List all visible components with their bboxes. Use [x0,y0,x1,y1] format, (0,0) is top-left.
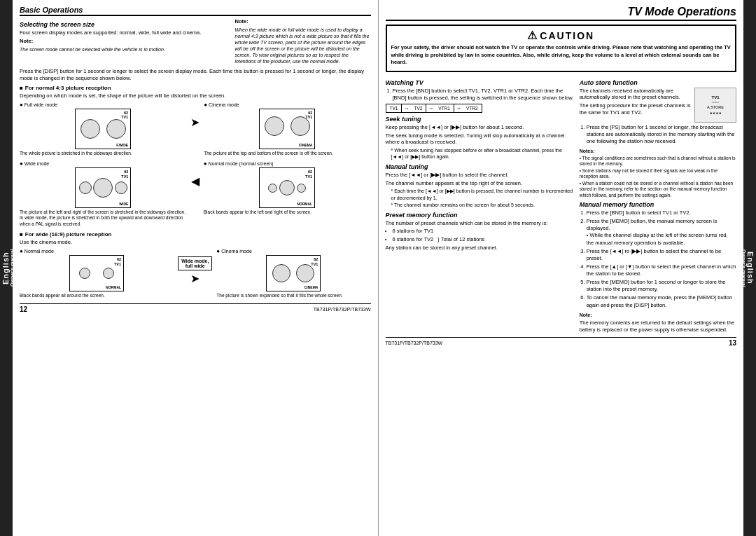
normal-text: NORMAL [297,202,312,206]
left-section-title: Basic Operations [20,6,371,16]
preset-memory-title: Preset memory function [386,212,574,219]
auto-store-title: Auto store function [580,79,736,86]
normal-label: Normal mode (normal screen) [204,160,274,167]
manual-note2: The channel number remains on the screen… [386,202,574,208]
note1-text: The screen mode cannot be selected while… [20,46,231,53]
notes-label: Notes: [580,148,736,154]
normal-169-desc: Black bands appear all around the screen… [20,293,105,298]
cinema-text: CINEMA [299,143,313,147]
tv-label-cin: 62TV1 [262,111,312,120]
preset-memory-text: The number of preset channels which can … [386,220,574,227]
left-model-numbers: TB731P/TB732P/TB733W [314,307,371,312]
left-language-label: English [1,252,10,284]
manual-memory-step4: Press the [▲] or [▼] button to select th… [587,263,736,277]
cinema-169-label: Cinema mode [216,248,251,254]
arrow-wide-normal: ◀ [191,160,200,188]
wide-fw-label: Wide mode,full wide [178,256,212,270]
auto-store-text2: The setting procedure for the preset cha… [580,102,692,116]
tv-label-fw: 62TV1 [78,111,128,120]
manual-memory-step3: Press the [◄◄] ro [▶▶] button to select … [587,248,736,262]
wide-mode: Wide mode 62TV1 WIDE The picture at the … [20,160,187,228]
full-wide-mode: Full wide mode 62TV1 F.WIDE The whole pi… [20,102,186,158]
auto-store-note1: The signal conditions are sometimes such… [580,156,736,167]
full-wide-label: Full wide mode [20,102,57,108]
right-side-label: English Owner's manual [743,0,756,536]
preset-item-tv2: 6 stations for TV2 } Total of 12 station… [393,236,574,243]
watching-tv-step1: Press the [BND] button to select TV1, TV… [393,88,574,102]
left-page: Basic Operations Selecting the screen si… [13,0,379,536]
manual-memory-note: The memory contents are returned to the … [580,319,736,334]
manual-memory-note-section: Note: The memory contents are returned t… [580,312,736,334]
auto-store-notes: Notes: The signal conditions are sometim… [580,148,736,198]
cinema-169-desc: The picture is shown expanded so that it… [216,293,342,298]
tv-label-n169: 62TV1 [72,257,121,266]
right-page-number: 13 [729,339,736,347]
cinema-mode-43: Cinema mode 62TV1 CINEMA The picture at … [204,102,370,158]
normal-169-label: Normal mode [20,248,54,254]
manual-tuning-title: Manual tuning [386,163,574,170]
normal-desc: Black bands appear to the left and right… [204,209,312,215]
arrow-fw-cinema: ➤ [190,102,200,129]
left-side-label: English Owner's manual [0,0,13,536]
normal-169-mode: Normal mode 62TV1 NORMAL Black bands app… [20,248,174,300]
normal-43-desc: Depending on which mode is set, the shap… [20,92,371,99]
right-manual-label: Owner's manual [741,249,746,287]
seq-arrow2: → [426,105,435,111]
normal-43-header: For normal 4:3 picture reception [20,85,371,91]
disp-text: Press the [DISP] button for 1 second or … [20,68,371,82]
caution-label: CAUTION [540,30,594,41]
manual-tuning-text2: The channel number appears at the top ri… [386,180,574,187]
right-page: TV Mode Operations ⚠ CAUTION For your sa… [379,0,744,536]
wide-text: WIDE [119,202,128,206]
seq-vtr2: VTR2 [463,104,482,112]
manual-tuning-text: Press the [◄◄] or [▶▶] button to select … [386,172,574,179]
manual-memory-step2: Press the [MEMO] button, the manual memo… [587,218,736,247]
f-wide-text: F.WIDE [116,143,128,147]
auto-store-step1: Press the [PS] button for 1 second or lo… [587,124,736,145]
seek-tuning-title: Seek tuning [386,116,574,123]
cinema-label-43: Cinema mode [204,102,239,108]
tv-label-w: 62TV1 [78,170,128,179]
manual-memory-note-label: Note: [580,312,736,318]
right-model-numbers: TB731P/TB732P/TB733W [386,341,443,345]
cinema-169-txt: CINEMA [304,285,318,289]
manual-memory-step6: To cancel the manual memory mode, press … [587,294,736,308]
manual-memory-title: Manual memory function [580,201,736,208]
normal-169-txt: NORMAL [106,285,121,289]
note-label: Note: [20,38,33,44]
preset-item-tv1: 6 stations for TV1 [393,228,574,235]
manual-memory-step1: Press the [BND] button to select TV1 or … [587,209,736,217]
auto-store-note2: Some stations may not be stored if their… [580,168,736,180]
caution-text: For your safety, the driver should not w… [391,44,732,67]
wide-fw-label-container: Wide mode,full wide ➤ [178,248,212,285]
seek-tuning-text2: The seek tuning mode is selected. Tuning… [386,132,574,146]
auto-store-note3: When a station could not be stored or a … [580,181,736,198]
manual-note1: Each time the [◄◄] or [▶▶] button is pre… [386,188,574,201]
seq-tv1: TV1 [386,104,402,112]
seq-vtr1: VTR1 [435,104,454,112]
auto-store-diagram: TV1 ═══ A.STORE ■ ■ ■ ■ [694,88,736,123]
full-wide-desc: The whole picture is stretched in the si… [20,151,132,156]
note2-label: Note: [235,18,248,25]
caution-box: ⚠ CAUTION For your safety, the driver sh… [386,25,737,72]
subsection-title: Selecting the screen size [20,21,231,28]
wide-desc: The picture at the left and right of the… [20,209,187,227]
watching-tv-title: Watching TV [386,79,574,86]
cinema-169-mode: Cinema mode 62TV1 CINEMA The picture is … [216,248,370,300]
seq-tv2: TV2 [410,104,426,112]
intro-text: Four screen display modes are supported:… [20,29,231,36]
cinema-desc: The picture at the top and bottom of the… [204,151,333,156]
left-manual-label: Owner's manual [10,249,15,287]
manual-memory-step5: Press the [MEMO] button for 1 second or … [587,279,736,293]
seq-arrow1: → [402,105,410,111]
note2-text: When the wide mode or full wide mode is … [235,27,371,65]
normal-mode: Normal mode (normal screen) 62TV1 NORMAL… [204,160,371,217]
wide-169-use: Use the cinema mode. [20,239,371,246]
preset-total: } Total of 12 stations [438,236,484,242]
seek-tuning-text: Keep pressing the [◄◄] or [▶▶] button fo… [386,124,574,131]
right-section-title: TV Mode Operations [386,6,737,21]
right-language-label: English [746,252,755,284]
tv-sequence: TV1 → TV2 → VTR1 → VTR2 [386,104,482,113]
warning-icon: ⚠ [527,29,537,42]
left-page-number: 12 [20,305,27,313]
